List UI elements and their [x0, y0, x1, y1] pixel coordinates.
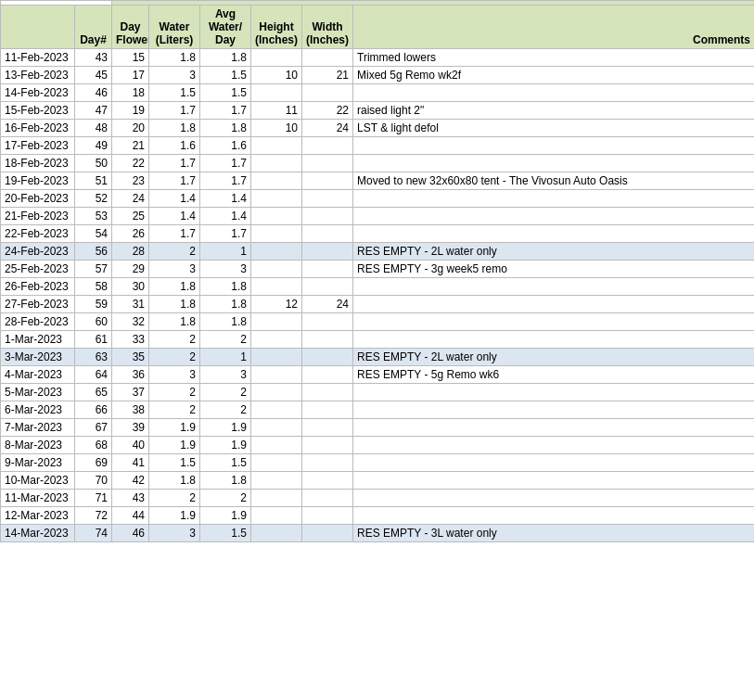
water-cell: 3	[149, 366, 200, 384]
width-cell	[302, 437, 353, 454]
water-cell: 1.8	[149, 120, 200, 137]
avg-cell: 1.8	[200, 120, 251, 137]
date-cell: 17-Feb-2023	[1, 137, 75, 155]
table-row: 5-Mar-2023653722	[1, 384, 755, 401]
comment-cell: Mixed 5g Remo wk2f	[353, 67, 755, 84]
flower-cell: 26	[112, 225, 149, 243]
flower-cell: 28	[112, 243, 149, 261]
comment-cell	[353, 490, 755, 507]
flower-cell: 46	[112, 525, 149, 542]
table-row: 17-Feb-202349211.61.6	[1, 137, 755, 155]
day-cell: 59	[75, 296, 112, 313]
day-cell: 53	[75, 208, 112, 225]
avg-cell: 1.7	[200, 102, 251, 120]
table-row: 12-Mar-202372441.91.9	[1, 507, 755, 525]
width-cell	[302, 419, 353, 437]
avg-cell: 1.8	[200, 296, 251, 313]
table-row: 3-Mar-2023633521RES EMPTY - 2L water onl…	[1, 349, 755, 366]
width-cell	[302, 472, 353, 490]
table-row: 22-Feb-202354261.71.7	[1, 225, 755, 243]
day-cell: 49	[75, 137, 112, 155]
date-cell: 4-Mar-2023	[1, 366, 75, 384]
date-cell: 28-Feb-2023	[1, 313, 75, 331]
height-cell	[251, 243, 302, 261]
water-cell: 1.8	[149, 313, 200, 331]
avg-cell: 1.7	[200, 172, 251, 190]
height-header: Height(Inches)	[251, 6, 302, 49]
height-cell	[251, 507, 302, 525]
width-cell	[302, 155, 353, 172]
flower-cell: 19	[112, 102, 149, 120]
date-cell: 20-Feb-2023	[1, 190, 75, 208]
day-cell: 67	[75, 419, 112, 437]
table-row: 7-Mar-202367391.91.9	[1, 419, 755, 437]
water-cell: 1.7	[149, 172, 200, 190]
avg-cell: 1.9	[200, 419, 251, 437]
water-cell: 1.9	[149, 419, 200, 437]
date-cell: 12-Mar-2023	[1, 507, 75, 525]
water-cell: 1.9	[149, 437, 200, 454]
comment-cell	[353, 84, 755, 102]
date-cell: 14-Feb-2023	[1, 84, 75, 102]
date-cell: 3-Mar-2023	[1, 349, 75, 366]
day-cell: 43	[75, 49, 112, 67]
main-table: Day# DayFlower Water(Liters) AvgWater/Da…	[0, 0, 754, 542]
avg-cell: 2	[200, 490, 251, 507]
table-row: 9-Mar-202369411.51.5	[1, 454, 755, 472]
comment-cell	[353, 155, 755, 172]
day-header: Day#	[75, 6, 112, 49]
avg-cell: 3	[200, 261, 251, 278]
day-cell: 65	[75, 384, 112, 401]
date-cell: 21-Feb-2023	[1, 208, 75, 225]
day-cell: 70	[75, 472, 112, 490]
avg-cell: 2	[200, 401, 251, 419]
water-cell: 1.8	[149, 472, 200, 490]
flower-cell: 38	[112, 401, 149, 419]
day-cell: 48	[75, 120, 112, 137]
day-cell: 69	[75, 454, 112, 472]
day-cell: 60	[75, 313, 112, 331]
width-cell	[302, 261, 353, 278]
water-cell: 3	[149, 261, 200, 278]
comment-cell: RES EMPTY - 2L water only	[353, 243, 755, 261]
day-cell: 68	[75, 437, 112, 454]
height-cell	[251, 384, 302, 401]
date-cell: 8-Mar-2023	[1, 437, 75, 454]
height-cell	[251, 401, 302, 419]
flower-cell: 24	[112, 190, 149, 208]
avg-cell: 1.8	[200, 278, 251, 296]
water-cell: 1.9	[149, 507, 200, 525]
width-cell	[302, 49, 353, 67]
avg-cell: 1.7	[200, 155, 251, 172]
day-cell: 52	[75, 190, 112, 208]
comment-cell: RES EMPTY - 3L water only	[353, 525, 755, 542]
width-cell	[302, 84, 353, 102]
water-cell: 1.5	[149, 84, 200, 102]
height-cell	[251, 454, 302, 472]
height-cell	[251, 208, 302, 225]
day-cell: 74	[75, 525, 112, 542]
table-row: 27-Feb-202359311.81.81224	[1, 296, 755, 313]
water-cell: 1.8	[149, 278, 200, 296]
avg-cell: 1	[200, 349, 251, 366]
avg-cell: 1.9	[200, 507, 251, 525]
date-cell: 5-Mar-2023	[1, 384, 75, 401]
avg-cell: 1.8	[200, 472, 251, 490]
date-cell: 18-Feb-2023	[1, 155, 75, 172]
water-cell: 1.5	[149, 454, 200, 472]
width-cell	[302, 384, 353, 401]
height-cell	[251, 49, 302, 67]
flower-cell: 29	[112, 261, 149, 278]
table-row: 13-Feb-2023451731.51021Mixed 5g Remo wk2…	[1, 67, 755, 84]
flower-cell: 40	[112, 437, 149, 454]
comments-header: Comments	[353, 6, 755, 49]
comment-cell	[353, 137, 755, 155]
avg-cell: 1.6	[200, 137, 251, 155]
width-cell: 22	[302, 102, 353, 120]
date-cell: 25-Feb-2023	[1, 261, 75, 278]
comment-cell	[353, 454, 755, 472]
water-cell: 2	[149, 401, 200, 419]
comment-cell: RES EMPTY - 5g Remo wk6	[353, 366, 755, 384]
height-cell	[251, 366, 302, 384]
height-cell	[251, 172, 302, 190]
